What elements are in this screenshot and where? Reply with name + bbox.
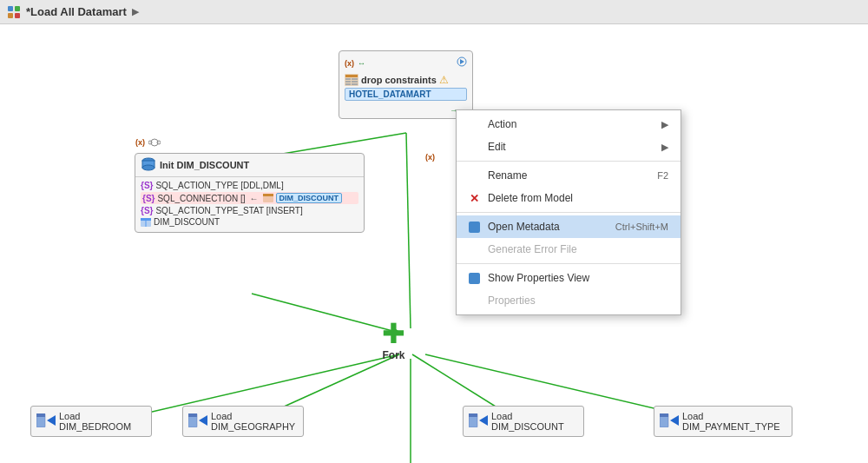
ctx-action[interactable]: Action ▶ <box>457 113 681 136</box>
drop-constraints-label: drop constraints <box>361 75 437 85</box>
ctx-delete[interactable]: ✕ Delete from Model <box>457 187 681 209</box>
svg-line-7 <box>252 294 399 333</box>
svg-rect-36 <box>36 413 45 417</box>
hotel-datamart-tag: HOTEL_DATAMART <box>345 88 467 101</box>
node-init-dim-discount[interactable]: (x) Init DIM_DISCOUNT {S} SQL_ACTION_TYP… <box>135 153 365 233</box>
svg-marker-43 <box>479 415 488 426</box>
ctx-delete-icon: ✕ <box>467 191 481 205</box>
init-dim-label: Init DIM_DISCOUNT <box>160 160 249 170</box>
node-second-top-icons: (x) <box>425 153 435 162</box>
svg-marker-40 <box>199 415 207 426</box>
title-text: *Load All Datamart <box>26 5 127 18</box>
svg-marker-46 <box>670 415 679 426</box>
svg-rect-18 <box>352 78 358 80</box>
node-arrows-row: → → <box>343 105 469 115</box>
workflow-canvas: (x) ↔ drop constraints <box>0 24 868 463</box>
ctx-generate-icon <box>467 242 481 256</box>
svg-rect-3 <box>8 13 13 18</box>
svg-rect-22 <box>352 83 358 85</box>
node-load-dim-payment-type[interactable]: Load DIM_PAYMENT_TYPE <box>654 406 792 437</box>
ctx-rename-shortcut: F2 <box>657 170 668 181</box>
node-drop-constraints[interactable]: (x) ↔ drop constraints <box>339 50 473 119</box>
svg-rect-45 <box>660 413 668 417</box>
ctx-action-label: Action <box>488 118 654 130</box>
title-arrow: ▶ <box>132 6 139 17</box>
ctx-properties-icon <box>467 294 481 308</box>
init-row-4: DIM_DISCOUNT <box>141 217 358 227</box>
ctx-edit-arrow: ▶ <box>661 142 668 153</box>
fork-label: Fork <box>382 349 404 361</box>
ctx-sep-2 <box>457 212 681 213</box>
warning-icon: ⚠ <box>439 74 449 86</box>
svg-point-29 <box>142 165 155 170</box>
svg-rect-42 <box>469 413 477 417</box>
ctx-sep-1 <box>457 161 681 162</box>
svg-rect-2 <box>15 6 20 11</box>
svg-rect-19 <box>345 81 351 83</box>
svg-line-6 <box>406 133 411 328</box>
ctx-sep-3 <box>457 263 681 264</box>
svg-marker-37 <box>47 415 56 426</box>
ctx-action-icon <box>467 117 481 131</box>
load-geography-label: Load DIM_GEOGRAPHY <box>211 411 298 432</box>
svg-rect-21 <box>345 83 351 85</box>
node-load-dim-bedroom[interactable]: Load DIM_BEDROOM <box>30 406 152 437</box>
init-row-2: {S} SQL_CONNECTION [] ← DIM_DISCOUNT <box>141 192 358 204</box>
load-icon-1 <box>36 413 56 430</box>
ctx-edit-label: Edit <box>488 141 654 153</box>
svg-rect-31 <box>263 194 273 196</box>
node-fork[interactable]: ✚ Fork <box>382 320 405 361</box>
ctx-generate-label: Generate Error File <box>488 243 668 255</box>
init-dim-header: Init DIM_DISCOUNT <box>135 154 364 177</box>
load-icon-4 <box>660 413 679 430</box>
svg-marker-14 <box>460 59 464 64</box>
ctx-open-metadata[interactable]: Open Metadata Ctrl+Shift+M <box>457 215 681 238</box>
node-top-icons: (x) <box>135 138 161 147</box>
app-icon <box>7 5 21 19</box>
ctx-props-icon <box>467 271 481 285</box>
ctx-rename-icon <box>467 169 481 182</box>
svg-rect-4 <box>15 13 20 18</box>
ctx-properties-label: Properties <box>488 294 668 307</box>
node-load-dim-discount[interactable]: Load DIM_DISCOUNT <box>463 406 584 437</box>
init-dim-content: {S} SQL_ACTION_TYPE [DDL,DML] {S} SQL_CO… <box>135 177 364 232</box>
ctx-metadata-shortcut: Ctrl+Shift+M <box>615 222 668 232</box>
fork-icon: ✚ <box>382 320 405 347</box>
ctx-properties[interactable]: Properties <box>457 289 681 312</box>
ctx-open-metadata-label: Open Metadata <box>488 221 608 233</box>
ctx-edit-icon <box>467 140 481 154</box>
node-drop-constraints-header: (x) ↔ <box>343 55 469 71</box>
ctx-rename-label: Rename <box>488 169 650 182</box>
context-menu: Action ▶ Edit ▶ Rename F2 ✕ Delete from … <box>456 109 681 315</box>
ctx-metadata-icon <box>467 220 481 234</box>
svg-rect-39 <box>188 413 197 417</box>
init-row-1: {S} SQL_ACTION_TYPE [DDL,DML] <box>141 181 358 190</box>
load-bedroom-label: Load DIM_BEDROOM <box>59 411 146 432</box>
ctx-show-props-label: Show Properties View <box>488 272 668 284</box>
ctx-generate-error[interactable]: Generate Error File <box>457 238 681 261</box>
svg-rect-16 <box>345 75 358 77</box>
load-discount-label: Load DIM_DISCOUNT <box>491 411 578 432</box>
title-bar: *Load All Datamart ▶ <box>0 0 868 24</box>
load-payment-label: Load DIM_PAYMENT_TYPE <box>682 411 786 432</box>
ctx-show-properties[interactable]: Show Properties View <box>457 267 681 289</box>
init-row-3: {S} SQL_ACTION_TYPE_STAT [INSERT] <box>141 206 358 215</box>
ctx-edit[interactable]: Edit ▶ <box>457 136 681 158</box>
svg-rect-17 <box>345 78 351 80</box>
ctx-rename[interactable]: Rename F2 <box>457 164 681 187</box>
svg-rect-20 <box>352 81 358 83</box>
load-icon-2 <box>188 413 207 430</box>
svg-rect-1 <box>8 6 13 11</box>
ctx-action-arrow: ▶ <box>661 119 668 130</box>
dim-discount-tag-1: DIM_DISCOUNT <box>276 193 343 203</box>
ctx-delete-label: Delete from Model <box>488 192 668 204</box>
node-load-dim-geography[interactable]: Load DIM_GEOGRAPHY <box>182 406 304 437</box>
load-icon-3 <box>469 413 488 430</box>
